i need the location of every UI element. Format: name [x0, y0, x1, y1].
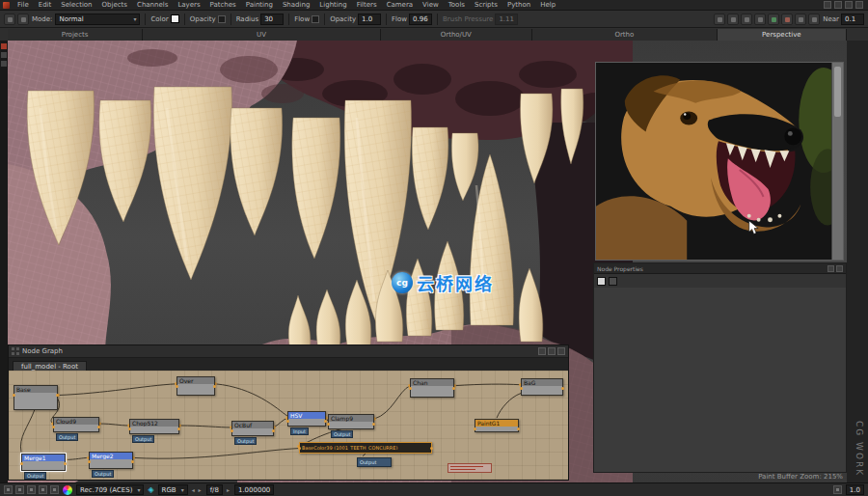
lock-icon[interactable]: [808, 14, 820, 25]
node-port-chip[interactable]: Input: [290, 427, 309, 435]
paint-through-icon[interactable]: [741, 14, 752, 25]
graph-note: [448, 463, 492, 473]
menu-item[interactable]: Painting: [241, 1, 278, 9]
blend-mode-select[interactable]: Normal▾: [55, 14, 140, 25]
viewport-tab[interactable]: Perspective: [718, 29, 847, 41]
close-icon[interactable]: [836, 265, 843, 272]
marker-icon[interactable]: [1, 43, 7, 49]
menu-item[interactable]: Python: [502, 1, 535, 9]
brush-strip-icon[interactable]: [1, 61, 7, 67]
flow-field[interactable]: 0.96: [409, 14, 432, 25]
menu-item[interactable]: File: [13, 1, 34, 9]
color-wheel-icon[interactable]: [63, 485, 72, 495]
pointer-icon[interactable]: [4, 485, 13, 494]
menu-item[interactable]: Tools: [444, 1, 470, 9]
graph-node[interactable]: Output: [357, 457, 392, 467]
node-port-chip[interactable]: Output: [132, 435, 154, 443]
graph-node[interactable]: OcBuf Output: [231, 421, 274, 436]
paint-buffer-icon[interactable]: [754, 14, 766, 25]
node-graph-canvas[interactable]: Base Over Cloud9 Output Chop512: [9, 371, 568, 480]
menu-item[interactable]: Objects: [97, 1, 132, 9]
reference-image-panel: [595, 62, 844, 261]
viewport-tab[interactable]: Ortho/UV: [381, 29, 532, 41]
graph-node[interactable]: Base: [14, 385, 58, 410]
menu-item[interactable]: Edit: [34, 1, 57, 9]
paint-tool-icon[interactable]: [17, 14, 29, 25]
color-managed-icon[interactable]: ◈: [148, 486, 153, 494]
menu-item[interactable]: Help: [535, 1, 560, 9]
gain-icon[interactable]: [833, 485, 842, 494]
eyedropper-icon[interactable]: [714, 14, 725, 25]
graph-node[interactable]: BaG: [521, 378, 563, 396]
float-icon[interactable]: [548, 347, 556, 355]
node-port-chip[interactable]: Output: [56, 433, 78, 441]
snapshot-icon[interactable]: [795, 14, 806, 25]
flow-checkbox[interactable]: [312, 15, 319, 23]
graph-node[interactable]: Merge2 Output: [89, 452, 133, 469]
properties-toolbar: [594, 274, 846, 288]
menu-item[interactable]: Filters: [352, 1, 382, 9]
node-properties-panel: Node Properties: [593, 262, 847, 473]
radius-field[interactable]: 30: [260, 14, 284, 25]
graph-node[interactable]: HSV Input: [287, 411, 326, 427]
graph-node[interactable]: Over: [176, 376, 215, 396]
color-group: Color: [150, 14, 178, 23]
reference-scrollbar[interactable]: [831, 63, 843, 260]
node-port-chip[interactable]: Output: [92, 470, 114, 478]
layer-strip-icon[interactable]: [1, 52, 7, 58]
layout-icon[interactable]: [824, 1, 831, 9]
color-swatch[interactable]: [171, 14, 179, 23]
colorspace-select[interactable]: Rec.709 (ACES)▾: [76, 484, 144, 495]
node-graph-tab[interactable]: full_model - Root: [13, 361, 87, 371]
help-icon[interactable]: [855, 1, 863, 9]
select-tool-icon[interactable]: [4, 14, 15, 25]
graph-node[interactable]: PaintG1: [475, 419, 519, 432]
rotate-icon[interactable]: [39, 485, 47, 494]
graph-node[interactable]: Merge1 Output: [21, 454, 66, 471]
menu-item[interactable]: Camera: [382, 1, 418, 9]
graph-node[interactable]: Cloud9 Output: [53, 417, 99, 432]
menu-item[interactable]: Scripts: [470, 1, 502, 9]
fstop-field[interactable]: f/8: [206, 484, 223, 495]
graph-node[interactable]: Chan: [410, 378, 454, 398]
opacity-checkbox[interactable]: [218, 15, 226, 23]
menu-item[interactable]: Lighting: [314, 1, 351, 9]
channel-select[interactable]: RGB▾: [158, 484, 188, 495]
node-port-chip[interactable]: Output: [331, 430, 353, 438]
viewport-tab[interactable]: Ortho: [532, 29, 718, 41]
swatch-icon[interactable]: [597, 277, 606, 286]
palettes-icon[interactable]: [834, 1, 842, 9]
properties-title: Node Properties: [597, 265, 643, 272]
symmetry-icon[interactable]: [727, 14, 739, 25]
menu-item[interactable]: Shading: [278, 1, 314, 9]
pin-icon[interactable]: [538, 347, 546, 355]
light-icon[interactable]: [50, 485, 59, 494]
near-clip-field[interactable]: 0.1: [841, 14, 864, 25]
menu-item[interactable]: Layers: [173, 1, 204, 9]
fstop-stepper[interactable]: ◂ ▸: [192, 486, 203, 493]
list-icon[interactable]: [609, 277, 617, 286]
node-port-chip[interactable]: Output: [24, 472, 46, 480]
menu-item[interactable]: Channels: [132, 1, 173, 9]
graph-node[interactable]: BaseColor39 (1001_TEETH_CONCURRE): [299, 442, 432, 454]
menu-item[interactable]: Patches: [205, 1, 241, 9]
gain-field[interactable]: 1.0: [846, 484, 864, 495]
float-icon[interactable]: [827, 265, 834, 272]
projection-on-icon[interactable]: [768, 14, 779, 25]
menu-item[interactable]: Selection: [56, 1, 96, 9]
menu-item[interactable]: View: [418, 1, 444, 9]
pan-icon[interactable]: [15, 485, 24, 494]
close-icon[interactable]: [557, 347, 565, 355]
viewport-tab[interactable]: Projects: [8, 29, 143, 41]
exposure-field[interactable]: 1.000000: [234, 484, 274, 495]
exposure-stepper[interactable]: ▸: [227, 486, 231, 493]
viewport-tab[interactable]: UV: [143, 29, 381, 41]
reference-image[interactable]: [596, 63, 831, 260]
graph-node[interactable]: Clamp9 Output: [328, 414, 374, 429]
opacity-field[interactable]: 1.0: [358, 14, 381, 25]
pin-icon[interactable]: [845, 1, 853, 9]
zoom-icon[interactable]: [27, 485, 36, 494]
node-port-chip[interactable]: Output: [234, 437, 257, 445]
graph-node[interactable]: Chop512 Output: [129, 419, 179, 434]
projection-off-icon[interactable]: [781, 14, 793, 25]
